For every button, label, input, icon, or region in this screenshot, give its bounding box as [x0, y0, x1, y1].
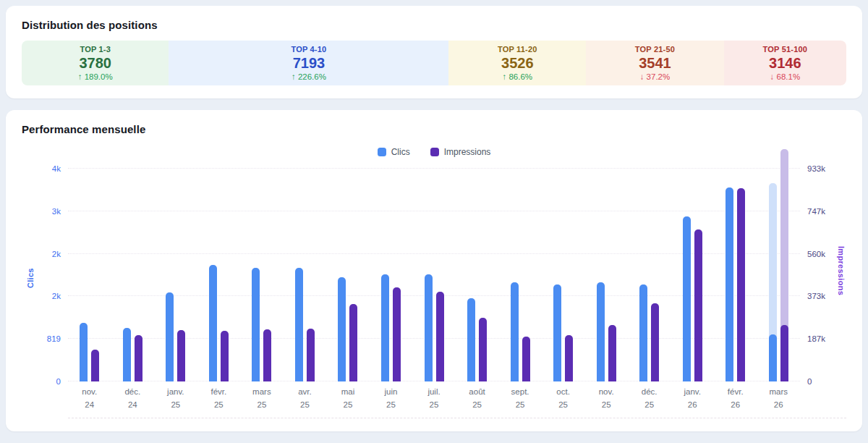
position-count-value: 3541	[639, 55, 671, 72]
position-stat-box[interactable]: TOP 51-1003146↓ 68.1%	[724, 41, 846, 85]
position-delta-badge: ↓ 37.2%	[640, 72, 671, 81]
x-label-year: 25	[412, 399, 456, 412]
clics-bar[interactable]	[769, 334, 777, 381]
bar-group	[628, 169, 671, 381]
clics-bar[interactable]	[726, 187, 733, 381]
x-label-month: mars	[757, 386, 801, 399]
bar-group	[498, 169, 542, 381]
position-delta-badge: ↓ 68.1%	[770, 72, 801, 81]
clics-bar[interactable]	[553, 284, 561, 381]
clics-bar[interactable]	[381, 274, 389, 381]
x-axis-label: juin25	[370, 386, 413, 412]
right-axis-tick: 747k	[807, 207, 825, 216]
clics-bar[interactable]	[639, 284, 647, 381]
x-label-year: 26	[671, 399, 714, 412]
position-delta-badge: ↑ 86.6%	[503, 72, 533, 81]
clics-bar[interactable]	[123, 328, 131, 381]
clics-bar[interactable]	[425, 274, 433, 381]
legend-swatch-icon	[430, 148, 439, 156]
clics-bar[interactable]	[80, 323, 88, 381]
x-axis-label: oct.25	[542, 386, 585, 412]
x-axis-label: févr.26	[714, 386, 757, 412]
x-label-month: janv.	[154, 386, 197, 399]
bar-group	[326, 169, 370, 381]
legend-item-clics[interactable]: Clics	[378, 147, 410, 157]
position-delta-badge: ↑ 226.6%	[292, 72, 326, 81]
distribution-card: Distribution des positions TOP 1-33780↑ …	[6, 6, 862, 98]
impressions-bar[interactable]	[91, 350, 99, 381]
position-range-label: TOP 51-100	[763, 45, 808, 54]
bar-groups	[68, 169, 800, 381]
impressions-bar[interactable]	[436, 292, 444, 381]
x-axis-label: mars26	[757, 386, 801, 412]
impressions-bar[interactable]	[307, 329, 315, 381]
bar-group	[757, 169, 801, 381]
x-axis-label: sept.25	[498, 386, 542, 412]
right-axis-tick: 933k	[807, 164, 825, 173]
x-label-year: 25	[284, 399, 327, 412]
clics-bar[interactable]	[511, 282, 519, 381]
position-count-value: 3146	[769, 55, 801, 72]
impressions-bar[interactable]	[177, 330, 185, 381]
chart-legend: ClicsImpressions	[22, 147, 846, 157]
x-label-month: mai	[326, 386, 370, 399]
x-label-month: avr.	[284, 386, 327, 399]
position-stat-box[interactable]: TOP 1-33780↑ 189.0%	[22, 41, 169, 85]
x-axis-labels: nov.24déc.24janv.25févr.25mars25avr.25ma…	[68, 386, 800, 412]
x-label-year: 25	[326, 399, 370, 412]
impressions-projected-bar[interactable]	[780, 149, 788, 381]
clics-bar[interactable]	[209, 265, 217, 381]
x-axis-label: janv.25	[154, 386, 197, 412]
x-label-month: janv.	[671, 386, 714, 399]
impressions-bar[interactable]	[349, 304, 357, 381]
x-label-month: sept.	[498, 386, 542, 399]
impressions-bar[interactable]	[263, 329, 271, 381]
impressions-bar[interactable]	[221, 331, 229, 381]
clics-bar[interactable]	[467, 298, 475, 381]
impressions-bar[interactable]	[479, 318, 487, 381]
right-axis-tick: 187k	[807, 334, 825, 343]
bar-group	[154, 169, 197, 381]
impressions-bar[interactable]	[651, 303, 659, 381]
position-range-label: TOP 4-10	[291, 45, 326, 54]
impressions-bar[interactable]	[737, 188, 745, 381]
impressions-bar[interactable]	[135, 335, 142, 381]
impressions-bar[interactable]	[565, 335, 573, 381]
clics-bar[interactable]	[295, 268, 303, 381]
clics-projected-bar[interactable]	[769, 183, 777, 381]
position-stat-box[interactable]: TOP 21-503541↓ 37.2%	[586, 41, 724, 85]
x-axis-label: mars25	[240, 386, 284, 412]
bar-group	[671, 169, 714, 381]
x-label-year: 26	[714, 399, 757, 412]
impressions-bar[interactable]	[780, 325, 788, 381]
clics-bar[interactable]	[683, 216, 691, 381]
x-label-year: 25	[584, 399, 628, 412]
x-axis-label: déc.24	[111, 386, 155, 412]
impressions-bar[interactable]	[694, 229, 702, 381]
x-label-year: 25	[542, 399, 585, 412]
bar-group	[197, 169, 241, 381]
clics-bar[interactable]	[338, 277, 346, 381]
position-stat-box[interactable]: TOP 11-203526↑ 86.6%	[448, 41, 586, 85]
x-label-year: 25	[628, 399, 671, 412]
position-distribution-row: TOP 1-33780↑ 189.0%TOP 4-107193↑ 226.6%T…	[22, 41, 846, 85]
impressions-bar[interactable]	[522, 337, 530, 381]
x-label-year: 25	[370, 399, 413, 412]
left-axis-tick: 819	[47, 334, 61, 343]
impressions-bar[interactable]	[608, 325, 616, 381]
x-label-month: févr.	[714, 386, 757, 399]
legend-item-impressions[interactable]: Impressions	[430, 147, 491, 157]
x-label-month: déc.	[628, 386, 671, 399]
right-axis-tick: 373k	[807, 292, 825, 300]
position-count-value: 3526	[501, 55, 534, 72]
position-stat-box[interactable]: TOP 4-107193↑ 226.6%	[169, 41, 448, 85]
left-axis-tick: 4k	[52, 164, 61, 173]
clics-bar[interactable]	[597, 282, 605, 381]
bar-group	[111, 169, 155, 381]
position-range-label: TOP 21-50	[635, 45, 675, 54]
clics-bar[interactable]	[252, 268, 260, 381]
impressions-bar[interactable]	[393, 287, 401, 381]
clics-bar[interactable]	[166, 292, 174, 381]
performance-card: Performance mensuelle ClicsImpressions C…	[6, 110, 862, 431]
left-axis-tick: 0	[56, 377, 61, 386]
